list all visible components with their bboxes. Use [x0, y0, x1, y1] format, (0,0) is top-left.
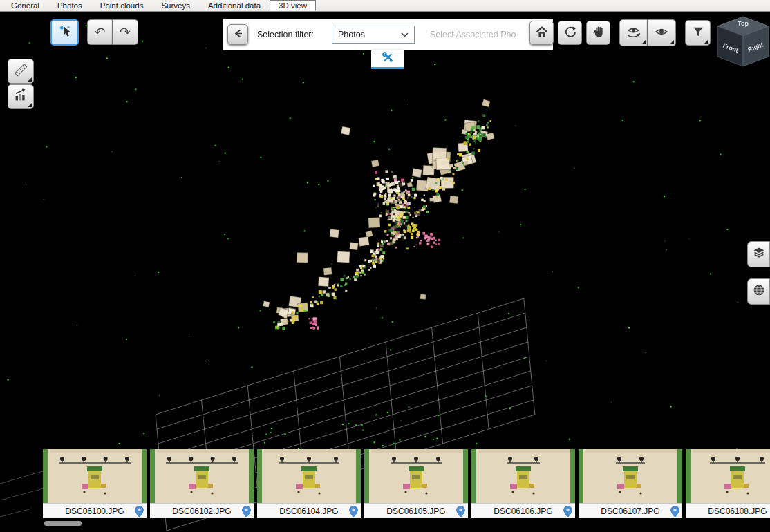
tab-point-clouds[interactable]: Point clouds: [91, 0, 153, 11]
funnel-icon: [691, 25, 705, 41]
basemap-globe-button[interactable]: [747, 278, 770, 305]
photo-filename: DSC06106.JPG: [494, 506, 552, 516]
photo-label-bar: DSC06106.JPG: [471, 503, 575, 518]
home-view-button[interactable]: [529, 21, 554, 45]
pan-button[interactable]: [586, 21, 610, 45]
ruler-icon: [13, 62, 28, 80]
photo-pin-icon: [349, 506, 358, 518]
photo-filename: DSC06107.JPG: [601, 506, 659, 516]
photo-pin-icon: [242, 506, 251, 518]
selection-filter-label: Selection filter:: [257, 19, 314, 50]
tab-surveys[interactable]: Surveys: [152, 0, 199, 11]
tools-tab[interactable]: [371, 50, 404, 69]
tools-icon: [380, 50, 395, 67]
photo-pin-icon: [456, 506, 465, 518]
tab-photos[interactable]: Photos: [48, 0, 91, 11]
measure-button[interactable]: [8, 59, 34, 84]
nav-cube[interactable]: Top Front Right: [716, 15, 770, 76]
photo-filename: DSC06105.JPG: [386, 506, 445, 516]
filter-button[interactable]: [685, 20, 711, 46]
selection-toolbar: Selection filter: Photos Select Associat…: [223, 19, 553, 50]
photo-label-bar: DSC06102.JPG: [150, 503, 254, 518]
chart-button[interactable]: [8, 84, 34, 109]
hand-icon: [592, 25, 605, 41]
photo-thumbnail[interactable]: DSC06106.JPG: [471, 449, 575, 518]
chevron-down-icon: [401, 30, 409, 39]
photo-image: [364, 449, 468, 503]
selection-filter-value: Photos: [338, 30, 365, 39]
tab-bar: GeneralPhotosPoint cloudsSurveysAddition…: [0, 0, 770, 12]
select-tool-button[interactable]: [50, 19, 79, 46]
undo-icon: ↶: [95, 26, 106, 39]
selection-filter-select[interactable]: Photos: [332, 26, 415, 44]
select-associated-photos-button: Select Associated Pho: [430, 19, 539, 50]
nav-cube-top-label[interactable]: Top: [738, 20, 749, 27]
tab-additional-data[interactable]: Additional data: [199, 0, 270, 11]
filmstrip-scrollbar-track[interactable]: [43, 520, 770, 526]
globe-icon: [752, 283, 766, 300]
orbit-icon: [563, 25, 577, 41]
photo-thumbnail[interactable]: DSC06108.JPG: [686, 449, 770, 518]
application-window: GeneralPhotosPoint cloudsSurveysAddition…: [0, 0, 770, 532]
visibility-button[interactable]: [648, 19, 676, 46]
orbit-view-button[interactable]: [558, 21, 582, 45]
eye-orbit-icon: [626, 23, 641, 42]
photo-pin-icon: [563, 506, 572, 518]
photo-image: [471, 449, 575, 503]
photo-filmstrip: DSC06100.JPGDSC06102.JPGDSC06104.JPGDSC0…: [43, 449, 770, 518]
photo-image: [579, 449, 682, 503]
photo-thumbnail[interactable]: DSC06107.JPG: [579, 449, 682, 518]
photo-image: [686, 449, 770, 503]
photo-image: [257, 449, 361, 503]
collapse-toolbar-button[interactable]: [227, 24, 248, 45]
photo-thumbnail[interactable]: DSC06102.JPG: [150, 449, 254, 518]
filmstrip-scrollbar-thumb[interactable]: [44, 521, 82, 526]
photo-image: [43, 449, 147, 503]
cursor-sparkle-icon: [57, 23, 73, 41]
home-icon: [535, 25, 549, 41]
photo-label-bar: DSC06105.JPG: [364, 503, 468, 518]
photo-label-bar: DSC06108.JPG: [686, 503, 770, 518]
tab-3d-view[interactable]: 3D view: [270, 0, 316, 11]
tab-general[interactable]: General: [2, 0, 48, 11]
back-arrow-icon: [232, 27, 245, 43]
eye-icon: [654, 24, 669, 42]
photo-pin-icon: [670, 506, 679, 518]
photo-filename: DSC06102.JPG: [172, 506, 231, 516]
bar-chart-icon: [13, 88, 28, 106]
undo-button[interactable]: ↶: [87, 19, 113, 45]
photo-filename: DSC06104.JPG: [279, 506, 338, 516]
photo-label-bar: DSC06104.JPG: [257, 503, 361, 518]
photo-thumbnail[interactable]: DSC06104.JPG: [257, 449, 361, 518]
view-orientation-button[interactable]: [619, 19, 648, 46]
photo-thumbnail[interactable]: DSC06105.JPG: [364, 449, 468, 518]
photo-thumbnail[interactable]: DSC06100.JPG: [43, 449, 147, 518]
layers-icon: [752, 246, 766, 263]
photo-label-bar: DSC06100.JPG: [43, 503, 147, 518]
photo-filename: DSC06100.JPG: [65, 506, 124, 516]
layers-panel-button[interactable]: [747, 241, 770, 267]
photo-label-bar: DSC06107.JPG: [579, 503, 682, 518]
photo-filename: DSC06108.JPG: [708, 506, 767, 516]
redo-icon: ↷: [120, 26, 131, 39]
photo-image: [150, 449, 254, 503]
photo-pin-icon: [135, 506, 144, 518]
redo-button[interactable]: ↷: [113, 19, 138, 45]
